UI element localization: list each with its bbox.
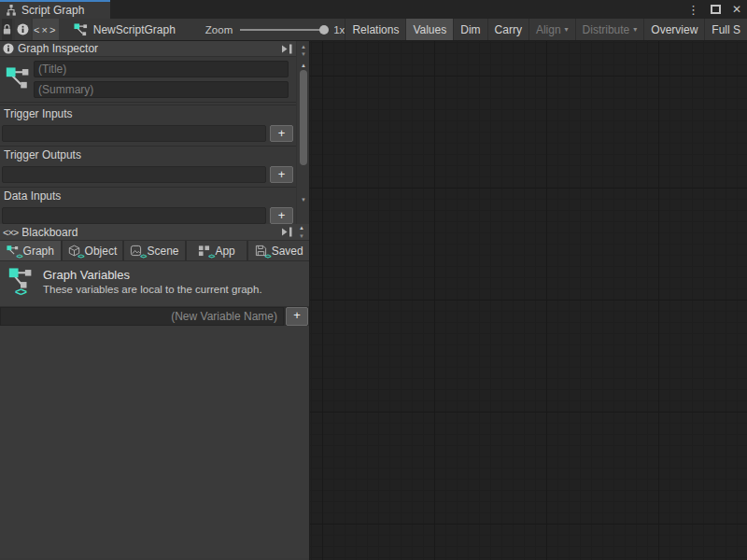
graph-variables-icon: <> xyxy=(7,245,19,257)
tab-script-graph[interactable]: Script Graph xyxy=(0,0,110,19)
info-title: Graph Variables xyxy=(43,268,130,282)
chevron-down-icon: ▾ xyxy=(633,25,637,34)
data-inputs-section: Data Inputs + xyxy=(0,187,296,224)
section-label: Trigger Outputs xyxy=(0,147,296,164)
saved-variables-icon: <> xyxy=(255,245,267,257)
trigger-inputs-section: Trigger Inputs + xyxy=(0,105,296,146)
tab-app-variables[interactable]: <> App xyxy=(187,241,247,260)
new-variable-input[interactable] xyxy=(0,307,284,326)
add-trigger-output-button[interactable]: + xyxy=(270,166,293,183)
scroll-up-icon[interactable]: ▲ xyxy=(297,43,309,50)
trigger-outputs-list[interactable] xyxy=(2,166,266,183)
script-graph-window: Script Graph ⋮ ✕ <×> xyxy=(0,0,747,560)
title-bar: Script Graph ⋮ ✕ xyxy=(0,0,747,19)
fullscreen-button[interactable]: Full S xyxy=(704,19,747,40)
app-variables-icon: <> xyxy=(198,245,210,257)
trigger-outputs-section: Trigger Outputs + xyxy=(0,146,296,187)
overview-button[interactable]: Overview xyxy=(643,19,704,40)
script-graph-node-icon xyxy=(74,22,88,36)
values-button[interactable]: Values xyxy=(405,19,453,40)
blackboard-tabs: <> Graph <> Object xyxy=(0,241,309,261)
scroll-down-icon[interactable]: ▼ xyxy=(297,50,309,58)
carry-button[interactable]: Carry xyxy=(487,19,529,40)
dock-panel-icon[interactable] xyxy=(281,227,293,237)
code-preview-button[interactable]: <×> xyxy=(33,19,59,40)
info-icon xyxy=(17,23,29,35)
scene-variables-icon: <> xyxy=(130,245,142,257)
tab-saved-variables[interactable]: <> Saved xyxy=(248,241,309,260)
trigger-inputs-list[interactable] xyxy=(2,125,266,142)
dim-button[interactable]: Dim xyxy=(453,19,486,40)
add-variable-button[interactable]: + xyxy=(286,307,308,326)
section-label: Trigger Inputs xyxy=(0,105,296,123)
add-data-input-button[interactable]: + xyxy=(270,207,293,224)
graph-toolbar: <×> NewScriptGraph Zoom 1x Relations Val… xyxy=(0,19,747,41)
info-icon xyxy=(3,43,14,54)
tab-object-variables[interactable]: <> Object xyxy=(63,241,123,260)
window-controls: ⋮ ✕ xyxy=(687,0,741,19)
blackboard-scrollbar: ▲ ▼ xyxy=(295,224,308,241)
zoom-value: 1x xyxy=(333,24,345,35)
add-trigger-input-button[interactable]: + xyxy=(270,125,293,142)
blackboard-panel: <×> Blackboard ▲ ▼ xyxy=(0,224,309,560)
scroll-down-icon[interactable]: ▼ xyxy=(297,196,309,203)
inspector-scrollbar: ▲ ▼ ▲ ▼ xyxy=(296,41,309,224)
lock-icon xyxy=(2,23,12,35)
distribute-dropdown: Distribute ▾ xyxy=(575,19,644,40)
panel-title: Graph Inspector xyxy=(18,42,277,55)
zoom-label: Zoom xyxy=(205,24,233,35)
align-dropdown: Align ▾ xyxy=(529,19,575,40)
section-label: Data Inputs xyxy=(0,188,296,205)
graph-inspector-panel: Graph Inspector Trigger Inputs + xyxy=(0,41,309,224)
zoom-slider[interactable] xyxy=(240,29,326,31)
divider xyxy=(0,102,296,103)
tab-graph-variables[interactable]: <> Graph xyxy=(0,241,61,260)
toolbar-toggles: Relations Values Dim Carry Align ▾ Distr… xyxy=(345,19,747,40)
graph-inspector-header: Graph Inspector xyxy=(0,41,296,57)
chevron-down-icon: ▾ xyxy=(565,25,569,34)
tab-title: Script Graph xyxy=(21,4,84,17)
info-description: These variables are local to the current… xyxy=(43,284,262,295)
scroll-down-icon[interactable]: ▼ xyxy=(295,232,308,241)
tab-scene-variables[interactable]: <> Scene xyxy=(124,241,185,260)
scroll-up-icon[interactable]: ▲ xyxy=(295,224,308,232)
code-icon: <×> xyxy=(3,227,18,238)
graph-canvas[interactable] xyxy=(310,41,747,560)
lock-button[interactable] xyxy=(2,19,12,40)
zoom-control: Zoom 1x xyxy=(205,19,345,40)
graph-variables-info: <> Graph Variables These variables are l… xyxy=(0,261,309,307)
relations-button[interactable]: Relations xyxy=(345,19,405,40)
variables-list-empty[interactable] xyxy=(0,326,309,558)
sidebar: Graph Inspector Trigger Inputs + xyxy=(0,41,310,560)
data-inputs-list[interactable] xyxy=(2,207,266,224)
blackboard-header: <×> Blackboard ▲ ▼ xyxy=(0,224,309,241)
code-icon: <> xyxy=(15,286,26,299)
scrollbar-thumb[interactable] xyxy=(300,70,307,165)
scroll-up-icon[interactable]: ▲ xyxy=(297,62,309,69)
summary-field[interactable] xyxy=(34,81,289,98)
info-button[interactable] xyxy=(15,19,30,40)
graph-reference[interactable]: NewScriptGraph xyxy=(74,19,176,40)
window-menu-icon[interactable]: ⋮ xyxy=(687,4,699,16)
zoom-slider-thumb[interactable] xyxy=(319,25,329,35)
graph-node-icon xyxy=(6,63,30,91)
script-graph-icon xyxy=(6,5,17,16)
dock-panel-icon[interactable] xyxy=(281,44,293,54)
new-variable-row: + xyxy=(0,307,309,326)
maximize-icon[interactable] xyxy=(711,5,721,14)
close-icon[interactable]: ✕ xyxy=(732,4,741,15)
panel-title: Blackboard xyxy=(21,226,277,239)
title-field[interactable] xyxy=(34,61,289,77)
object-variables-icon: <> xyxy=(68,245,80,257)
graph-name: NewScriptGraph xyxy=(93,23,176,36)
